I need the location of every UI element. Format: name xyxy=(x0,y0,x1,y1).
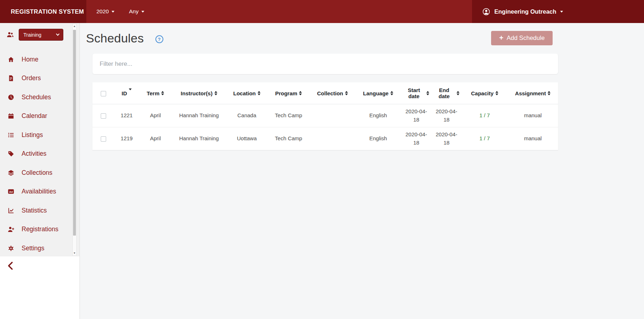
sidebar-item-listings[interactable]: Listings xyxy=(0,126,80,145)
help-icon[interactable]: ? xyxy=(155,35,163,43)
title-row: Schedules ? + Add Schedule xyxy=(86,23,558,45)
column-header-term[interactable]: Term xyxy=(139,82,172,104)
cell-term: April xyxy=(139,104,172,127)
scope-dropdown[interactable]: Any xyxy=(129,8,144,15)
table-header-row: ID Term Instructor(s) Location Program C… xyxy=(92,82,558,104)
sort-icon xyxy=(457,91,459,95)
tag-icon xyxy=(8,150,14,157)
svg-text:Ad: Ad xyxy=(9,190,13,193)
sidebar-item-label: Schedules xyxy=(22,94,51,101)
filter-input[interactable] xyxy=(92,54,558,74)
sidebar-item-label: Orders xyxy=(22,74,41,82)
column-header-id[interactable]: ID xyxy=(114,82,139,104)
sort-icon xyxy=(426,91,429,95)
row-checkbox[interactable] xyxy=(101,136,106,142)
sidebar-item-home[interactable]: Home xyxy=(0,50,80,69)
sort-icon xyxy=(548,91,550,95)
sidebar-item-schedules[interactable]: Schedules xyxy=(0,88,80,107)
sidebar-item-label: Calendar xyxy=(22,112,47,120)
topbar-menus: 2020 Any xyxy=(86,0,144,23)
sidebar-scrollbar[interactable]: ▲ ▼ xyxy=(72,24,77,256)
clock-icon xyxy=(8,94,14,101)
app-logo[interactable]: REGISTRATION SYSTEM xyxy=(0,0,86,23)
sidebar-item-label: Activities xyxy=(22,150,46,158)
cell-assignment: manual xyxy=(508,104,558,127)
column-header-language[interactable]: Language xyxy=(355,82,401,104)
column-header-start-date[interactable]: Start date xyxy=(401,82,431,104)
scroll-down-arrow-icon[interactable]: ▼ xyxy=(73,252,76,255)
cell-select xyxy=(92,127,114,150)
column-header-location[interactable]: Location xyxy=(226,82,267,104)
column-label: Start date xyxy=(403,87,425,99)
column-header-collection[interactable]: Collection xyxy=(310,82,355,104)
layers-icon xyxy=(8,169,14,176)
app-title: REGISTRATION SYSTEM xyxy=(11,8,84,15)
column-header-assignment[interactable]: Assignment xyxy=(508,82,558,104)
role-select-value: Training xyxy=(23,32,41,38)
column-label: Instructor(s) xyxy=(181,90,212,96)
cell-select xyxy=(92,104,114,127)
cell-instructors: Hannah Training xyxy=(172,127,226,150)
list-icon xyxy=(8,132,14,138)
cell-program: Tech Camp xyxy=(267,127,310,150)
cell-id: 1221 xyxy=(114,104,139,127)
column-label: End date xyxy=(434,87,455,99)
sidebar-item-availabilities[interactable]: Ad Availabilities xyxy=(0,182,80,201)
chevron-down-icon xyxy=(56,32,60,36)
sidebar-item-collections[interactable]: Collections xyxy=(0,163,80,182)
cell-end-date: 2020-04-18 xyxy=(431,127,462,150)
cell-language: English xyxy=(355,104,401,127)
person-circle-icon xyxy=(482,8,490,16)
orders-icon xyxy=(8,75,14,82)
cell-instructors: Hannah Training xyxy=(172,104,226,127)
year-dropdown[interactable]: 2020 xyxy=(96,8,114,15)
schedules-table-card: ID Term Instructor(s) Location Program C… xyxy=(92,82,558,150)
select-all-checkbox[interactable] xyxy=(101,91,106,96)
sidebar-item-calendar[interactable]: Calendar xyxy=(0,107,80,126)
sidebar-item-activities[interactable]: Activities xyxy=(0,145,80,164)
plus-icon: + xyxy=(499,34,503,41)
sort-icon xyxy=(161,91,164,95)
column-label: Location xyxy=(233,90,256,96)
sort-desc-icon xyxy=(129,90,132,96)
sidebar-item-label: Registrations xyxy=(22,225,58,233)
cell-capacity: 1 / 7 xyxy=(462,127,508,150)
sidebar-item-orders[interactable]: Orders xyxy=(0,69,80,88)
sidebar-item-statistics[interactable]: Statistics xyxy=(0,201,80,220)
cell-assignment: manual xyxy=(508,127,558,150)
sidebar-item-settings[interactable]: Settings xyxy=(0,239,80,256)
sort-icon xyxy=(390,91,393,95)
calendar-icon xyxy=(8,113,14,119)
user-menu[interactable]: Engineering Outreach xyxy=(472,0,644,23)
sort-icon xyxy=(345,91,348,95)
cell-start-date: 2020-04-18 xyxy=(401,127,431,150)
role-select[interactable]: Training xyxy=(19,29,63,41)
year-dropdown-value: 2020 xyxy=(96,8,109,15)
page-title: Schedules xyxy=(86,31,144,45)
sidebar-item-registrations[interactable]: Registrations xyxy=(0,220,80,239)
column-label: Term xyxy=(147,90,160,96)
filter-bar xyxy=(92,54,558,74)
ad-icon: Ad xyxy=(8,188,14,195)
table-row[interactable]: 1219 April Hannah Training Uottawa Tech … xyxy=(92,127,558,150)
sidebar-footer xyxy=(0,256,80,319)
collapse-sidebar-button[interactable] xyxy=(6,261,16,271)
column-header-instructors[interactable]: Instructor(s) xyxy=(172,82,226,104)
cell-collection xyxy=(310,127,355,150)
scroll-up-arrow-icon[interactable]: ▲ xyxy=(73,25,76,28)
cell-capacity: 1 / 7 xyxy=(462,104,508,127)
scrollbar-thumb[interactable] xyxy=(73,30,76,236)
sidebar: Training Home Orders Schedules xyxy=(0,23,80,319)
cell-term: April xyxy=(139,127,172,150)
column-header-end-date[interactable]: End date xyxy=(431,82,462,104)
user-plus-icon xyxy=(8,226,14,233)
gear-icon xyxy=(8,245,14,252)
table-row[interactable]: 1221 April Hannah Training Canada Tech C… xyxy=(92,104,558,127)
sort-icon xyxy=(495,91,498,95)
add-schedule-button[interactable]: + Add Schedule xyxy=(491,31,553,45)
row-checkbox[interactable] xyxy=(101,113,106,119)
sidebar-item-label: Listings xyxy=(22,131,43,139)
column-header-capacity[interactable]: Capacity xyxy=(462,82,508,104)
column-header-program[interactable]: Program xyxy=(267,82,310,104)
sort-icon xyxy=(214,91,217,95)
